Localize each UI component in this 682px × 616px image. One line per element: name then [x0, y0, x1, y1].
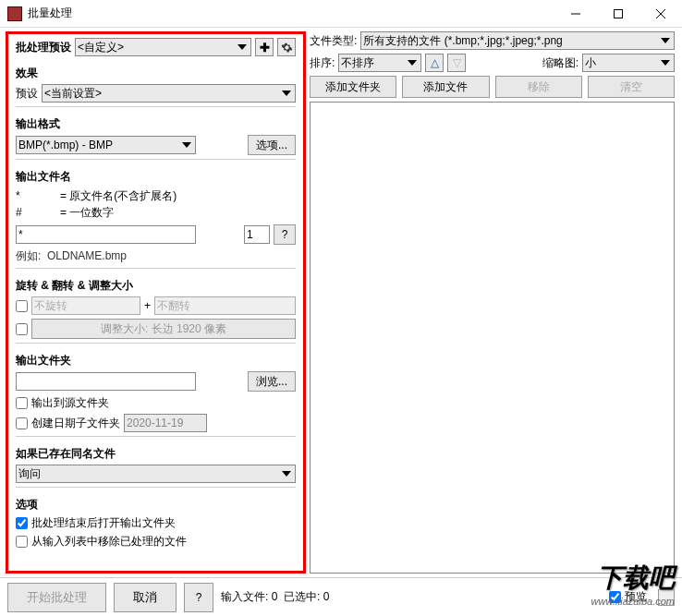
status-selected-count: 已选中: 0: [284, 589, 329, 605]
plus-label: +: [144, 299, 151, 312]
filetype-label: 文件类型:: [310, 33, 357, 49]
preset-label: 批处理预设: [16, 40, 71, 55]
start-button[interactable]: 开始批处理: [7, 583, 106, 612]
outdir-source-checkbox[interactable]: [16, 397, 28, 409]
effect-preset-select[interactable]: <当前设置>: [42, 84, 296, 103]
exists-header: 如果已存在同名文件: [16, 446, 296, 462]
app-icon: [7, 6, 22, 21]
flip-select[interactable]: 不翻转: [154, 296, 296, 315]
opts-open-checkbox[interactable]: [16, 517, 28, 529]
add-preset-button[interactable]: ✚: [255, 38, 274, 56]
opts-remove-label: 从输入列表中移除已处理的文件: [31, 534, 187, 550]
close-button[interactable]: [639, 0, 682, 28]
filename-example: 例如: OLDNAME.bmp: [16, 248, 296, 264]
outdir-header: 输出文件夹: [16, 353, 296, 368]
remove-button[interactable]: 移除: [495, 76, 582, 98]
browse-button[interactable]: 浏览...: [248, 371, 296, 392]
window-title: 批量处理: [28, 6, 554, 21]
preview-checkbox[interactable]: [609, 591, 621, 603]
filename-help-button[interactable]: ?: [274, 224, 296, 245]
clear-button[interactable]: 清空: [588, 76, 675, 98]
filename-number-input[interactable]: [244, 225, 270, 244]
resize-button[interactable]: 调整大小: 长边 1920 像素: [31, 319, 296, 339]
resize-checkbox[interactable]: [16, 323, 28, 335]
preview-expand-button[interactable]: [658, 589, 675, 606]
rotate-header: 旋转 & 翻转 & 调整大小: [16, 278, 296, 294]
minimize-button[interactable]: [554, 0, 597, 28]
filename-pattern-input[interactable]: [16, 225, 196, 244]
output-format-select[interactable]: BMP(*.bmp) - BMP: [16, 136, 196, 154]
svg-rect-1: [615, 9, 623, 18]
filetype-select[interactable]: 所有支持的文件 (*.bmp;*.jpg;*.jpeg;*.png: [360, 31, 675, 50]
filename-header: 输出文件名: [16, 169, 296, 185]
outdir-date-checkbox[interactable]: [16, 417, 28, 429]
sort-asc-button[interactable]: △: [425, 54, 444, 72]
outdir-date-input[interactable]: [124, 414, 207, 432]
gear-icon: [281, 42, 293, 54]
outdir-input[interactable]: [16, 372, 196, 391]
opts-header: 选项: [16, 497, 296, 513]
rotate-checkbox[interactable]: [16, 300, 28, 312]
outdir-date-label: 创建日期子文件夹: [31, 416, 120, 431]
help-button[interactable]: ?: [184, 583, 213, 612]
effect-preset-label: 预设: [16, 86, 38, 102]
opts-open-label: 批处理结束后打开输出文件夹: [31, 515, 176, 531]
sort-label: 排序:: [310, 55, 335, 71]
cancel-button[interactable]: 取消: [114, 583, 177, 612]
file-list[interactable]: [310, 102, 675, 574]
right-panel: 文件类型: 所有支持的文件 (*.bmp;*.jpg;*.jpeg;*.png …: [306, 28, 682, 577]
output-format-options-button[interactable]: 选项...: [248, 135, 296, 155]
thumb-label: 缩略图:: [542, 55, 578, 71]
preview-label: 预览: [625, 589, 647, 605]
thumb-select[interactable]: 小: [582, 54, 675, 72]
effect-header: 效果: [16, 66, 296, 81]
opts-remove-checkbox[interactable]: [16, 536, 28, 548]
sort-select[interactable]: 不排序: [338, 54, 421, 72]
output-format-header: 输出格式: [16, 116, 296, 132]
exists-select[interactable]: 询问: [16, 465, 296, 483]
preset-select[interactable]: <自定义>: [75, 38, 251, 56]
status-input-count: 输入文件: 0: [221, 589, 277, 605]
filename-desc-star: *= 原文件名(不含扩展名): [16, 187, 296, 204]
rotate-select[interactable]: 不旋转: [31, 296, 140, 315]
add-folder-button[interactable]: 添加文件夹: [310, 76, 396, 98]
maximize-button[interactable]: [597, 0, 639, 28]
filename-desc-hash: #= 一位数字: [16, 204, 296, 221]
add-file-button[interactable]: 添加文件: [402, 76, 489, 98]
preset-settings-button[interactable]: [277, 38, 296, 56]
bottom-bar: 开始批处理 取消 ? 输入文件: 0 已选中: 0 预览: [0, 577, 682, 616]
outdir-source-label: 输出到源文件夹: [31, 395, 109, 411]
sort-desc-button[interactable]: ▽: [447, 54, 466, 72]
titlebar: 批量处理: [0, 0, 682, 28]
left-panel: 批处理预设 <自定义> ✚ 效果 预设 <当前设置> 输出格式 BMP(*.bm…: [6, 31, 306, 574]
